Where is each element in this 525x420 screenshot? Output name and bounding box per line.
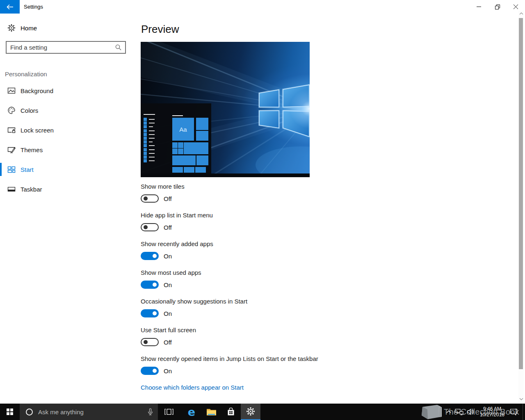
themes-icon	[7, 146, 16, 154]
settings-taskbar-button[interactable]	[241, 404, 260, 420]
sidebar-home-label: Home	[21, 25, 37, 32]
taskbar-clock[interactable]: 9:46 AM 10/27/2016	[477, 406, 508, 418]
restore-button[interactable]	[488, 0, 507, 14]
preview-tile-aa: Aa	[172, 118, 194, 141]
preview-tiles: Aa	[172, 115, 183, 116]
settings-search-box[interactable]	[6, 41, 126, 54]
sidebar-item-themes[interactable]: Themes	[0, 140, 135, 160]
setting-start-full-screen: Use Start full screen Off	[141, 326, 370, 346]
back-arrow-icon	[6, 4, 14, 10]
sidebar-item-background[interactable]: Background	[0, 81, 135, 100]
search-icon[interactable]	[115, 44, 121, 50]
preview-app-list	[144, 114, 157, 163]
scrollbar-thumb[interactable]	[519, 18, 523, 369]
scroll-down-arrow[interactable]	[518, 396, 524, 402]
sidebar-item-home[interactable]: Home	[0, 19, 135, 37]
page-title: Preview	[141, 23, 395, 35]
show-desktop-button[interactable]	[523, 404, 525, 420]
hide-app-list-toggle[interactable]	[141, 223, 159, 231]
windows-logo-icon	[7, 409, 13, 415]
task-view-button[interactable]	[159, 404, 179, 420]
scrollbar[interactable]	[518, 11, 524, 403]
sidebar: Home Personalization Background	[0, 14, 135, 404]
settings-window: Settings	[0, 0, 525, 404]
clock-time: 9:46 AM	[483, 406, 501, 412]
choose-folders-link[interactable]: Choose which folders appear on Start	[141, 384, 244, 391]
cortana-icon	[26, 409, 33, 415]
show-most-used-toggle[interactable]	[141, 281, 159, 289]
start-button[interactable]	[0, 404, 20, 420]
sidebar-item-lock-screen[interactable]: Lock screen	[0, 120, 135, 140]
lock-screen-icon	[7, 126, 16, 134]
minimize-button[interactable]	[470, 0, 488, 14]
setting-show-recently-added: Show recently added apps On	[141, 240, 370, 260]
taskbar-search[interactable]	[20, 404, 158, 420]
window-title: Settings	[24, 0, 43, 14]
back-button[interactable]	[0, 0, 20, 14]
setting-show-more-tiles: Show more tiles Off	[141, 183, 370, 203]
sidebar-item-colors[interactable]: Colors	[0, 100, 135, 120]
sidebar-item-start[interactable]: Start	[0, 160, 135, 179]
window-controls	[470, 0, 525, 14]
setting-show-most-used: Show most used apps On	[141, 269, 370, 289]
image-icon	[7, 87, 16, 95]
section-label: Personalization	[5, 71, 47, 78]
start-full-screen-toggle[interactable]	[141, 338, 159, 346]
scroll-up-arrow[interactable]	[518, 11, 524, 16]
edge-browser-button[interactable]	[182, 404, 201, 420]
preview-mini-taskbar	[141, 173, 310, 177]
main-content: Preview	[141, 0, 395, 391]
edge-icon	[188, 406, 195, 418]
start-preview-image: Aa	[141, 42, 310, 177]
jump-lists-toggle[interactable]	[141, 367, 159, 375]
setting-show-suggestions: Occasionally show suggestions in Start O…	[141, 297, 370, 317]
show-more-tiles-toggle[interactable]	[141, 194, 159, 203]
start-menu-preview: Aa	[141, 103, 211, 173]
volume-icon[interactable]	[465, 404, 477, 420]
book-icon	[418, 404, 445, 420]
store-bag-icon	[227, 408, 235, 416]
taskbar-search-input[interactable]	[37, 408, 148, 416]
settings-search-input[interactable]	[7, 44, 115, 51]
system-tray: 9:46 AM 10/27/2016	[444, 404, 525, 420]
setting-jump-lists: Show recently opened items in Jump Lists…	[141, 355, 370, 375]
start-tiles-icon	[7, 165, 16, 173]
sidebar-item-taskbar[interactable]: Taskbar	[0, 179, 135, 199]
taskbar: The Collection Book 9:46 AM 10/27/2016	[0, 404, 525, 420]
network-icon[interactable]	[454, 404, 465, 420]
sidebar-nav: Background Colors	[0, 81, 135, 199]
microphone-icon[interactable]	[148, 408, 153, 416]
gear-icon	[7, 24, 16, 32]
show-recently-added-toggle[interactable]	[141, 252, 159, 260]
palette-icon	[7, 106, 16, 114]
store-button[interactable]	[221, 404, 241, 420]
clock-date: 10/27/2016	[480, 412, 504, 418]
show-suggestions-toggle[interactable]	[141, 309, 159, 317]
file-explorer-button[interactable]	[201, 404, 221, 420]
setting-hide-app-list: Hide app list in Start menu Off	[141, 211, 370, 231]
folder-icon	[206, 408, 217, 416]
settings-gear-icon	[246, 407, 255, 416]
task-view-icon	[164, 409, 173, 415]
taskbar-icon	[7, 185, 16, 193]
tray-chevron-up-icon[interactable]	[444, 404, 454, 420]
action-center-icon[interactable]	[508, 404, 519, 420]
